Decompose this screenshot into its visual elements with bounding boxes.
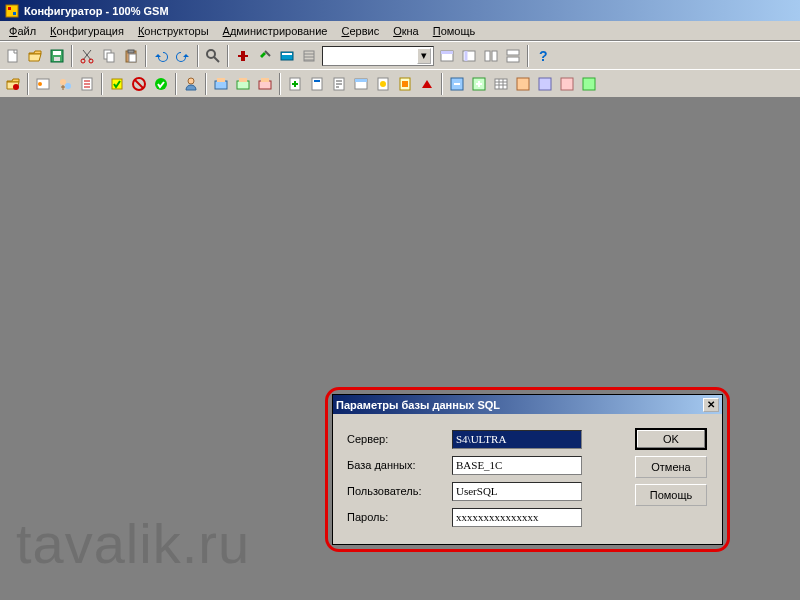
toolbar-row-2 (0, 69, 800, 97)
svg-point-28 (13, 84, 19, 90)
titlebar: Конфигуратор - 100% GSM (0, 0, 800, 21)
svg-point-36 (155, 78, 167, 90)
menu-service[interactable]: Сервис (334, 23, 386, 39)
tool-icon[interactable] (502, 45, 524, 67)
save-icon[interactable] (46, 45, 68, 67)
svg-rect-49 (355, 79, 367, 82)
separator-icon (441, 73, 443, 95)
undo-icon[interactable] (150, 45, 172, 67)
open-icon[interactable] (24, 45, 46, 67)
label-database: База данных: (347, 459, 452, 471)
paste-icon[interactable] (120, 45, 142, 67)
config-open-icon[interactable] (2, 73, 24, 95)
svg-point-37 (188, 78, 194, 84)
tool-icon[interactable] (534, 73, 556, 95)
user-field[interactable] (452, 482, 582, 501)
menu-admin[interactable]: Администрирование (216, 23, 335, 39)
separator-icon (71, 45, 73, 67)
svg-rect-56 (495, 79, 507, 89)
menu-file[interactable]: Файл (2, 23, 43, 39)
separator-icon (101, 73, 103, 95)
tool-icon[interactable] (232, 73, 254, 95)
toolbar-combo[interactable]: ▾ (322, 46, 434, 66)
tool-icon[interactable] (468, 73, 490, 95)
new-icon[interactable] (2, 45, 24, 67)
tool-icon[interactable] (54, 73, 76, 95)
tool-icon[interactable] (578, 73, 600, 95)
help-button[interactable]: Помощь (635, 484, 707, 506)
tool-icon[interactable] (210, 73, 232, 95)
tool-icon[interactable] (512, 73, 534, 95)
user-icon[interactable] (180, 73, 202, 95)
tool-icon[interactable] (32, 73, 54, 95)
svg-rect-10 (107, 53, 114, 62)
chevron-down-icon[interactable]: ▾ (417, 48, 431, 64)
svg-rect-38 (215, 81, 227, 89)
password-field[interactable] (452, 508, 582, 527)
ok-button[interactable]: OK (635, 428, 707, 450)
tool-icon[interactable] (298, 45, 320, 67)
separator-icon (205, 73, 207, 95)
svg-rect-26 (507, 57, 519, 62)
svg-rect-16 (241, 51, 245, 61)
tool-icon[interactable] (372, 73, 394, 95)
svg-rect-0 (6, 5, 18, 17)
tool-icon[interactable] (106, 73, 128, 95)
menu-windows[interactable]: Окна (386, 23, 426, 39)
tool-icon[interactable] (76, 73, 98, 95)
tool-icon[interactable] (254, 45, 276, 67)
svg-rect-58 (539, 78, 551, 90)
sql-params-dialog: Параметры базы данных SQL ✕ Сервер: База… (332, 394, 723, 545)
svg-rect-25 (507, 50, 519, 55)
tool-icon[interactable] (436, 45, 458, 67)
tool-icon[interactable] (480, 45, 502, 67)
svg-rect-21 (441, 51, 453, 54)
svg-rect-43 (261, 78, 269, 82)
svg-rect-3 (8, 50, 17, 62)
tool-icon[interactable] (458, 45, 480, 67)
svg-rect-42 (259, 81, 271, 89)
tool-icon[interactable] (150, 73, 172, 95)
tool-icon[interactable] (284, 73, 306, 95)
redo-icon[interactable] (172, 45, 194, 67)
tool-icon[interactable] (306, 73, 328, 95)
tool-icon[interactable] (276, 45, 298, 67)
app-icon (4, 3, 20, 19)
tool-icon[interactable] (232, 45, 254, 67)
close-icon[interactable]: ✕ (703, 398, 719, 412)
copy-icon[interactable] (98, 45, 120, 67)
svg-rect-12 (128, 50, 134, 53)
find-icon[interactable] (202, 45, 224, 67)
svg-point-30 (38, 82, 42, 86)
svg-rect-5 (53, 51, 61, 55)
separator-icon (175, 73, 177, 95)
separator-icon (279, 73, 281, 95)
tool-icon[interactable] (490, 73, 512, 95)
tool-icon[interactable] (416, 73, 438, 95)
toolbar-row-1: ▾ ? (0, 41, 800, 69)
tool-icon[interactable] (254, 73, 276, 95)
tool-icon[interactable] (556, 73, 578, 95)
dialog-titlebar[interactable]: Параметры базы данных SQL ✕ (333, 395, 722, 414)
svg-rect-2 (13, 12, 16, 15)
cut-icon[interactable] (76, 45, 98, 67)
cancel-button[interactable]: Отмена (635, 456, 707, 478)
svg-rect-13 (129, 54, 136, 62)
database-field[interactable] (452, 456, 582, 475)
menu-help[interactable]: Помощь (426, 23, 483, 39)
dialog-highlight: Параметры базы данных SQL ✕ Сервер: База… (325, 387, 730, 552)
svg-rect-45 (312, 78, 322, 90)
tool-icon[interactable] (128, 73, 150, 95)
toolbars: ▾ ? (0, 41, 800, 98)
help-icon[interactable]: ? (532, 45, 554, 67)
tool-icon[interactable] (328, 73, 350, 95)
svg-point-31 (60, 79, 66, 85)
tool-icon[interactable] (446, 73, 468, 95)
server-field[interactable] (452, 430, 582, 449)
menu-constructors[interactable]: Конструкторы (131, 23, 216, 39)
tool-icon[interactable] (350, 73, 372, 95)
menu-config[interactable]: Конфигурация (43, 23, 131, 39)
svg-rect-39 (217, 78, 225, 82)
tool-icon[interactable] (394, 73, 416, 95)
svg-point-32 (65, 83, 71, 89)
